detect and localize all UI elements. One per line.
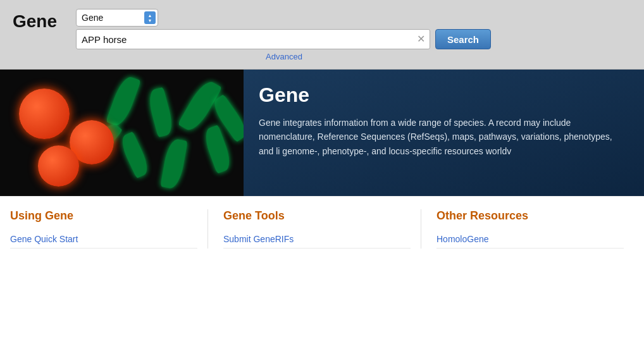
- using-gene-column: Using Gene Gene Quick Start: [10, 209, 207, 249]
- gene-tools-heading: Gene Tools: [223, 209, 411, 223]
- advanced-link[interactable]: Advanced: [266, 52, 302, 61]
- search-row-top: Gene PubMed Nucleotide Protein Genome: [76, 9, 158, 27]
- other-resources-column: Other Resources HomoloGene: [421, 209, 634, 249]
- using-gene-heading: Using Gene: [10, 209, 197, 223]
- page-title: Gene: [13, 11, 63, 32]
- database-select[interactable]: Gene PubMed Nucleotide Protein Genome: [76, 9, 158, 27]
- gene-tools-column: Gene Tools Submit GeneRIFs: [207, 209, 421, 249]
- search-controls: Gene PubMed Nucleotide Protein Genome ✕ …: [76, 9, 491, 61]
- database-select-wrapper: Gene PubMed Nucleotide Protein Genome: [76, 9, 158, 27]
- banner-text-panel: Gene Gene integrates information from a …: [244, 70, 644, 196]
- banner-image: [0, 70, 244, 196]
- search-header: Gene Gene PubMed Nucleotide Protein Geno…: [0, 0, 644, 70]
- banner-section: Gene Gene integrates information from a …: [0, 70, 644, 196]
- homologene-link[interactable]: HomoloGene: [437, 230, 624, 249]
- resources-section: Using Gene Gene Quick Start Gene Tools S…: [0, 196, 644, 255]
- gene-quick-start-link[interactable]: Gene Quick Start: [10, 230, 197, 249]
- search-input-wrapper: ✕: [76, 29, 430, 49]
- search-button[interactable]: Search: [435, 29, 491, 49]
- other-resources-heading: Other Resources: [437, 209, 624, 223]
- search-input[interactable]: [76, 29, 430, 49]
- submit-generifs-link[interactable]: Submit GeneRIFs: [223, 230, 411, 249]
- search-row-main: ✕ Search: [76, 29, 491, 49]
- clear-input-button[interactable]: ✕: [415, 34, 426, 45]
- banner-title: Gene: [259, 83, 629, 107]
- banner-description: Gene integrates information from a wide …: [259, 116, 629, 158]
